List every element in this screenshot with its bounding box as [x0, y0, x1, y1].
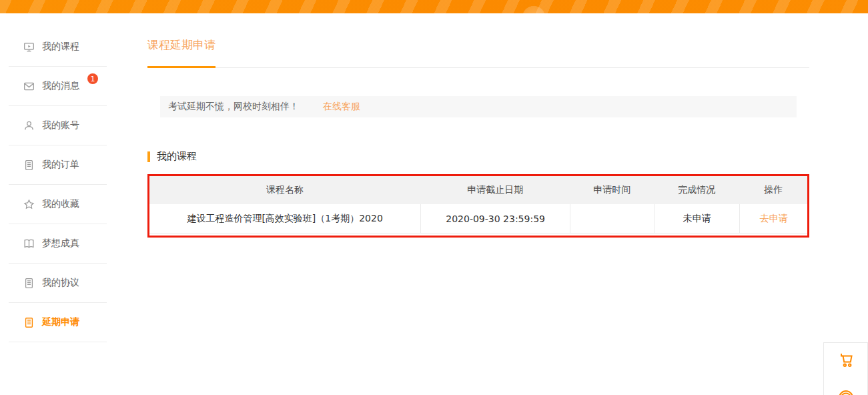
course-table: 课程名称 申请截止日期 申请时间 完成情况 操作 建设工程造价管理[高效实验班]… [147, 174, 809, 238]
sidebar-item-label: 我的账号 [42, 119, 79, 131]
unread-count-badge: 1 [87, 73, 98, 84]
sidebar-item-label: 我的协议 [42, 277, 79, 289]
sidebar-item-label: 梦想成真 [42, 238, 79, 250]
sidebar-item-my-account[interactable]: 我的账号 [9, 106, 107, 145]
column-header-apply-time: 申请时间 [570, 176, 654, 204]
headset-icon[interactable] [837, 388, 855, 395]
sidebar-item-dream-come-true[interactable]: 梦想成真 [9, 224, 107, 264]
online-service-link[interactable]: 在线客服 [323, 101, 360, 113]
document-icon [23, 317, 35, 328]
table-header-row: 课程名称 申请截止日期 申请时间 完成情况 操作 [149, 176, 807, 204]
cell-deadline: 2020-09-30 23:59:59 [420, 204, 570, 233]
sidebar: 我的课程 我的消息 1 我的账号 我的 [9, 27, 107, 342]
sidebar-item-label: 我的订单 [42, 159, 79, 171]
envelope-icon [23, 81, 35, 92]
tab-bar: 课程延期申请 [147, 37, 809, 68]
sidebar-item-my-agreements[interactable]: 我的协议 [9, 264, 107, 303]
notice-bar: 考试延期不慌，网校时刻相伴！ 在线客服 [160, 96, 797, 117]
column-header-course-name: 课程名称 [149, 176, 420, 204]
monitor-play-icon [23, 41, 35, 53]
main-content: 课程延期申请 考试延期不慌，网校时刻相伴！ 在线客服 我的课程 课程名称 申请截… [147, 37, 809, 238]
floating-toolbar [823, 342, 868, 395]
sidebar-item-label: 我的收藏 [42, 198, 79, 210]
sidebar-item-label: 我的课程 [42, 41, 79, 53]
user-icon [23, 120, 35, 131]
sidebar-item-my-favorites[interactable]: 我的收藏 [9, 185, 107, 224]
document-icon [23, 278, 35, 289]
tab-course-extension-request[interactable]: 课程延期申请 [147, 37, 215, 68]
cell-action: 去申请 [739, 204, 807, 233]
section-title: 我的课程 [157, 150, 197, 163]
table-row: 建设工程造价管理[高效实验班]（1考期）2020 2020-09-30 23:5… [149, 204, 807, 234]
document-icon [23, 159, 35, 171]
sidebar-item-my-orders[interactable]: 我的订单 [9, 145, 107, 185]
star-icon [23, 199, 35, 210]
cart-icon[interactable] [836, 351, 856, 371]
column-header-action: 操作 [739, 176, 807, 204]
sidebar-item-my-messages[interactable]: 我的消息 1 [9, 67, 107, 106]
column-header-deadline: 申请截止日期 [420, 176, 570, 204]
course-extension-page: { "colors": { "banner_orange": "#fb8a00"… [0, 0, 868, 395]
sidebar-item-extension-request[interactable]: 延期申请 [9, 303, 107, 342]
top-banner [0, 0, 868, 13]
open-book-icon [23, 238, 35, 250]
cell-completion-status: 未申请 [654, 204, 739, 233]
sidebar-item-my-courses[interactable]: 我的课程 [9, 27, 107, 67]
sidebar-item-label: 延期申请 [42, 316, 79, 328]
notice-text: 考试延期不慌，网校时刻相伴！ [168, 101, 299, 113]
sidebar-item-label: 我的消息 [42, 80, 79, 92]
cell-course-name: 建设工程造价管理[高效实验班]（1考期）2020 [149, 204, 420, 233]
section-accent-bar [147, 151, 150, 162]
go-apply-link[interactable]: 去申请 [760, 213, 788, 225]
column-header-completion-status: 完成情况 [654, 176, 739, 204]
cell-apply-time [570, 204, 654, 233]
section-header: 我的课程 [147, 150, 809, 163]
